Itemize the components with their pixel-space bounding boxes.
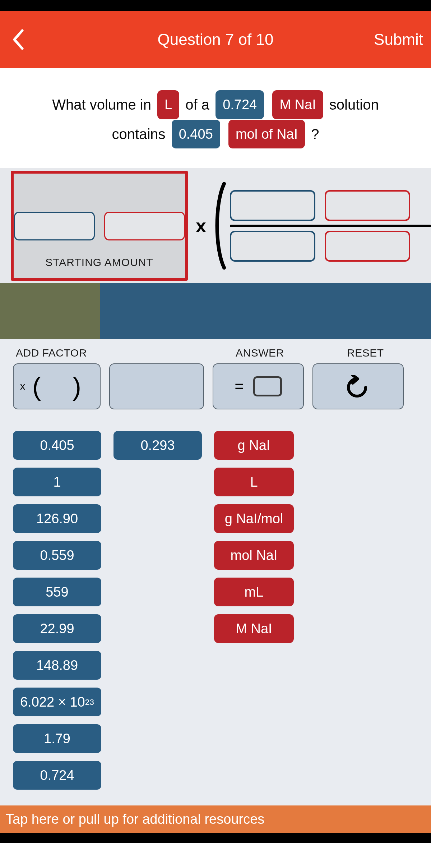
choice-col-values-1: 0.4051126.900.55955922.99148.896.022 × 1… [13,431,101,790]
equals-icon: = [235,377,244,395]
value-choice-1-79[interactable]: 1.79 [13,724,101,753]
choice-col-units: g NaILg NaI/molmol NaImLM NaI [214,431,294,643]
factor-preview-box[interactable] [109,363,204,409]
tool-labels: ADD FACTOR ANSWER RESET [13,347,418,359]
starting-amount-label: STARTING AMOUNT [45,256,153,268]
value-choice-1[interactable]: 1 [13,468,101,496]
equation-footer-highlight [0,283,100,339]
label-add-factor: ADD FACTOR [16,347,121,359]
value-choice-148-89[interactable]: 148.89 [13,651,101,680]
value-choice-0-405[interactable]: 0.405 [13,431,101,460]
value-choice-22-99[interactable]: 22.99 [13,614,101,643]
open-paren-icon [213,182,226,270]
undo-icon [346,375,371,398]
tools-region: ADD FACTOR ANSWER RESET x ( ) = 0.405112… [0,339,431,805]
starting-value-slot[interactable] [14,212,95,240]
factor-top-value-slot[interactable] [230,190,315,221]
q-t2: of a [185,97,209,112]
value-choice-126-90[interactable]: 126.90 [13,504,101,533]
q-t3: solution [329,97,379,112]
choice-grid: 0.4051126.900.55955922.99148.896.022 × 1… [13,409,418,805]
unit-choice-L[interactable]: L [214,468,294,496]
chip-compound-MNaI: M NaI [272,90,323,119]
nav-bar [0,833,431,843]
factor-bottom-value-slot[interactable] [230,231,315,262]
chip-moles: 0.405 [172,120,220,148]
chip-compound-molNaI: mol of NaI [228,120,305,148]
chip-unit-L: L [157,90,179,119]
back-button[interactable] [8,29,29,50]
unit-choice-g-NaI-mol[interactable]: g NaI/mol [214,504,294,533]
q-t4: contains [112,126,166,142]
factor-top-unit-slot[interactable] [325,190,410,221]
unit-choice-mol-NaI[interactable]: mol NaI [214,541,294,570]
conversion-factor[interactable] [230,182,431,270]
equation-footer-rest [100,283,431,339]
answer-blank-icon [253,376,282,396]
q-t5: ? [311,126,319,142]
times-small-icon: x [20,381,25,392]
app-header: Question 7 of 10 Submit [0,11,431,68]
add-factor-button[interactable]: x ( ) [13,363,101,409]
starting-unit-slot[interactable] [104,212,185,240]
times-symbol: x [196,215,206,236]
equation-footer-bar [0,283,431,339]
fraction-bar [230,225,431,227]
parentheses-icon: ( ) [28,372,93,401]
question-text: What volume in L of a 0.724 M NaI soluti… [0,68,431,168]
label-answer: ANSWER [214,347,322,359]
value-choice-0-293[interactable]: 0.293 [113,431,202,460]
value-choice-559[interactable]: 559 [13,578,101,606]
factor-bottom-unit-slot[interactable] [325,231,410,262]
page-title: Question 7 of 10 [0,31,431,49]
value-choice-0-724[interactable]: 0.724 [13,761,101,790]
value-choice-6-022-10-23[interactable]: 6.022 × 1023 [13,688,101,716]
resources-handle-label: Tap here or pull up for additional resou… [6,812,264,827]
status-bar [0,0,431,11]
submit-button[interactable]: Submit [374,31,423,49]
reset-button[interactable] [312,363,404,409]
label-reset: RESET [322,347,415,359]
unit-choice-M-NaI[interactable]: M NaI [214,614,294,643]
unit-choice-g-NaI[interactable]: g NaI [214,431,294,460]
chevron-left-icon [11,29,26,50]
equation-row: STARTING AMOUNT x [0,168,431,283]
resources-handle[interactable]: Tap here or pull up for additional resou… [0,805,431,833]
unit-choice-mL[interactable]: mL [214,578,294,606]
answer-button[interactable]: = [213,363,304,409]
choice-col-values-2: 0.293 [113,431,202,460]
starting-amount-card[interactable]: STARTING AMOUNT [11,171,188,281]
q-t1: What volume in [52,97,151,112]
chip-molarity: 0.724 [216,90,264,119]
value-choice-0-559[interactable]: 0.559 [13,541,101,570]
